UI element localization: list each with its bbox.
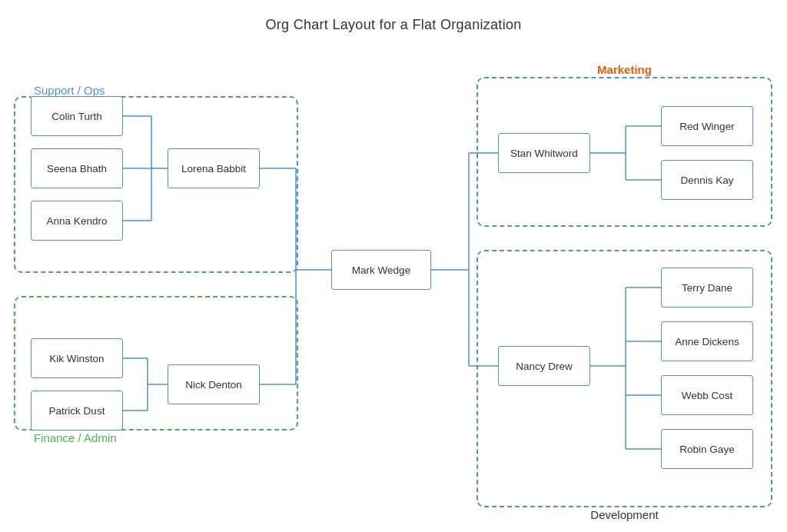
node-anne[interactable]: Anne Dickens — [661, 321, 753, 361]
group-marketing-label: Marketing — [594, 63, 655, 76]
node-lorena[interactable]: Lorena Babbit — [168, 148, 260, 188]
node-webb[interactable]: Webb Cost — [661, 375, 753, 415]
node-seena[interactable]: Seena Bhath — [31, 148, 123, 188]
group-development-label: Development — [587, 508, 661, 521]
page-title: Org Chart Layout for a Flat Organization — [0, 0, 787, 33]
group-finance-label: Finance / Admin — [31, 431, 120, 444]
node-colin[interactable]: Colin Turth — [31, 96, 123, 136]
node-nancy[interactable]: Nancy Drew — [498, 346, 590, 386]
node-patrick[interactable]: Patrick Dust — [31, 391, 123, 431]
chart-area: Support / Ops Finance / Admin Marketing … — [0, 54, 787, 532]
node-dennis[interactable]: Dennis Kay — [661, 160, 753, 200]
node-mark[interactable]: Mark Wedge — [331, 250, 431, 290]
group-support-label: Support / Ops — [31, 84, 108, 97]
node-red[interactable]: Red Winger — [661, 106, 753, 146]
node-stan[interactable]: Stan Whitword — [498, 133, 590, 173]
node-terry[interactable]: Terry Dane — [661, 268, 753, 308]
node-kik[interactable]: Kik Winston — [31, 338, 123, 378]
node-nick[interactable]: Nick Denton — [168, 364, 260, 404]
node-anna[interactable]: Anna Kendro — [31, 201, 123, 241]
node-robin[interactable]: Robin Gaye — [661, 429, 753, 469]
